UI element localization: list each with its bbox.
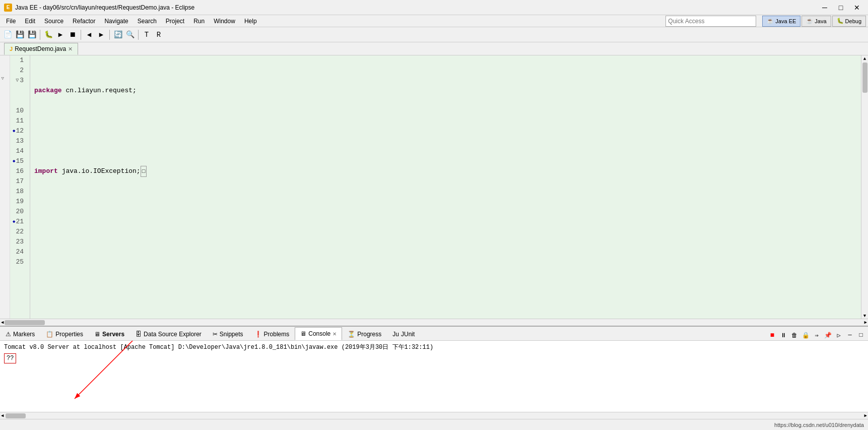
line-num-15: ◆15: [10, 156, 27, 166]
line-num-23: 23: [10, 237, 27, 247]
line-num-5: [10, 96, 27, 106]
java-file-icon: J: [10, 46, 13, 52]
title-bar-controls: ─ □ ✕: [818, 1, 864, 15]
snippets-label: Snippets: [220, 331, 243, 338]
toolbar-open-type[interactable]: T: [141, 29, 152, 40]
editor-wrapper: ▽ 1 2 ▽3 10 11 ◆12 13 14 ◆15 16 17 18 19…: [0, 55, 868, 326]
menu-run[interactable]: Run: [189, 17, 209, 26]
toolbar-debug[interactable]: 🐛: [43, 29, 54, 40]
bottom-tab-progress[interactable]: ⏳ Progress: [342, 327, 387, 340]
editor-hscrollbar[interactable]: ◀ ▶: [0, 319, 868, 326]
editor-vscrollbar[interactable]: ▲ ▼: [861, 55, 868, 319]
toolbar-open-resource[interactable]: R: [153, 29, 164, 40]
line-num-11: 11: [10, 116, 27, 126]
line-num-22: 22: [10, 227, 27, 237]
gutter-icon-2: [2, 66, 9, 76]
gutter-icon-1: [2, 55, 9, 66]
console-disconnect-btn[interactable]: ⏸: [778, 330, 788, 340]
menu-project[interactable]: Project: [162, 17, 188, 26]
console-hscrollbar[interactable]: ◀ ▶: [0, 412, 868, 419]
code-line-1: package cn.liayun.request;: [34, 86, 861, 96]
console-hscroll-left[interactable]: ◀: [1, 413, 4, 418]
menu-edit[interactable]: Edit: [21, 17, 39, 26]
console-close[interactable]: ✕: [332, 331, 337, 337]
toolbar-search[interactable]: 🔍: [124, 29, 136, 40]
console-clear-btn[interactable]: 🗑: [789, 330, 799, 340]
bottom-tab-datasource[interactable]: 🗄 Data Source Explorer: [130, 327, 207, 340]
menu-window[interactable]: Window: [210, 17, 239, 26]
bottom-tab-servers[interactable]: 🖥 Servers: [89, 327, 130, 340]
bottom-tab-properties[interactable]: 📋 Properties: [40, 327, 89, 340]
console-open-console[interactable]: ▷: [834, 330, 844, 340]
menu-file[interactable]: File: [2, 17, 20, 26]
console-content: Tomcat v8.0 Server at localhost [Apache …: [0, 341, 868, 412]
expand-icon[interactable]: □: [141, 166, 147, 177]
tab-close-button[interactable]: ✕: [68, 46, 73, 52]
line-num-3: ▽3: [10, 76, 27, 86]
hscroll-right[interactable]: ▶: [864, 320, 867, 325]
menu-search[interactable]: Search: [133, 17, 161, 26]
menu-help[interactable]: Help: [240, 17, 261, 26]
menu-source[interactable]: Source: [40, 17, 68, 26]
markers-icon: ⚠: [6, 331, 11, 338]
editor-tab-bar: J RequestDemo.java ✕: [0, 42, 868, 55]
toolbar-stop[interactable]: ⏹: [67, 29, 78, 40]
bottom-tab-snippets[interactable]: ✂ Snippets: [207, 327, 249, 340]
perspective-debug[interactable]: 🐛 Debug: [832, 16, 866, 27]
panel-maximize[interactable]: □: [856, 330, 866, 340]
console-scroll-lock[interactable]: 🔒: [800, 330, 811, 340]
panel-minimize[interactable]: ─: [845, 330, 855, 340]
perspective-buttons: ☕ Java EE ☕ Java 🐛 Debug: [762, 16, 866, 27]
code-line-gap1: [34, 207, 861, 217]
toolbar-forward[interactable]: ▶: [96, 29, 107, 40]
menu-navigate[interactable]: Navigate: [100, 17, 132, 26]
console-hscroll-thumb[interactable]: [6, 413, 26, 418]
gutter-fold-1[interactable]: ▽: [2, 76, 9, 86]
maximize-button[interactable]: □: [834, 1, 848, 15]
quick-access-input[interactable]: [665, 16, 756, 27]
markers-label: Markers: [13, 331, 35, 338]
editor-tab-label: RequestDemo.java: [15, 45, 66, 52]
toolbar-save-all[interactable]: 💾: [26, 29, 37, 40]
close-button[interactable]: ✕: [850, 1, 864, 15]
toolbar-sep-2: [81, 30, 81, 40]
toolbar-save[interactable]: 💾: [14, 29, 25, 40]
toolbar-refresh[interactable]: 🔄: [112, 29, 123, 40]
minimize-button[interactable]: ─: [818, 1, 832, 15]
editor-tab-requestdemo[interactable]: J RequestDemo.java ✕: [4, 43, 78, 55]
toolbar-back[interactable]: ◀: [84, 29, 95, 40]
toolbar-run[interactable]: ▶: [55, 29, 66, 40]
console-hscroll-right[interactable]: ▶: [864, 413, 867, 418]
perspective-java-ee[interactable]: ☕ Java EE: [762, 16, 800, 27]
hscroll-thumb[interactable]: [5, 320, 45, 325]
line-num-19: 19: [10, 197, 27, 207]
menu-refactor[interactable]: Refactor: [69, 17, 99, 26]
bottom-tab-bar: ⚠ Markers 📋 Properties 🖥 Servers 🗄 Data …: [0, 327, 868, 341]
toolbar-sep-3: [109, 30, 110, 40]
scrollbar-up[interactable]: ▲: [863, 56, 866, 62]
snippets-icon: ✂: [213, 331, 218, 338]
progress-label: Progress: [357, 331, 381, 338]
bottom-tab-console[interactable]: 🖥 Console ✕: [295, 327, 342, 340]
bottom-tab-problems[interactable]: ❗ Problems: [249, 327, 295, 340]
java-label: Java: [815, 18, 826, 24]
toolbar-new[interactable]: 📄: [2, 29, 13, 40]
line-num-4: [10, 86, 27, 96]
hscroll-left[interactable]: ◀: [1, 320, 4, 325]
scrollbar-down[interactable]: ▼: [863, 314, 866, 319]
window-title: Java EE - day06/src/cn/liayun/request/Re…: [15, 4, 194, 11]
bottom-tab-junit[interactable]: Ju JUnit: [387, 327, 420, 340]
bottom-tab-markers[interactable]: ⚠ Markers: [0, 327, 40, 340]
java-ee-icon: ☕: [767, 18, 774, 24]
toolbar: 📄 💾 💾 🐛 ▶ ⏹ ◀ ▶ 🔄 🔍 T R: [0, 27, 868, 42]
console-pin-btn[interactable]: 📌: [823, 330, 833, 340]
perspective-java[interactable]: ☕ Java: [802, 16, 831, 27]
console-word-wrap[interactable]: ⇒: [812, 330, 822, 340]
console-stop-btn[interactable]: ■: [767, 330, 777, 340]
code-line-3: import java.io.IOException;□: [34, 166, 861, 176]
code-content[interactable]: package cn.liayun.request; import java.i…: [30, 55, 861, 319]
left-gutter: ▽: [0, 55, 10, 319]
scrollbar-thumb-v[interactable]: [862, 63, 867, 93]
code-line-gap2: [34, 237, 861, 247]
junit-label: JUnit: [401, 331, 415, 338]
